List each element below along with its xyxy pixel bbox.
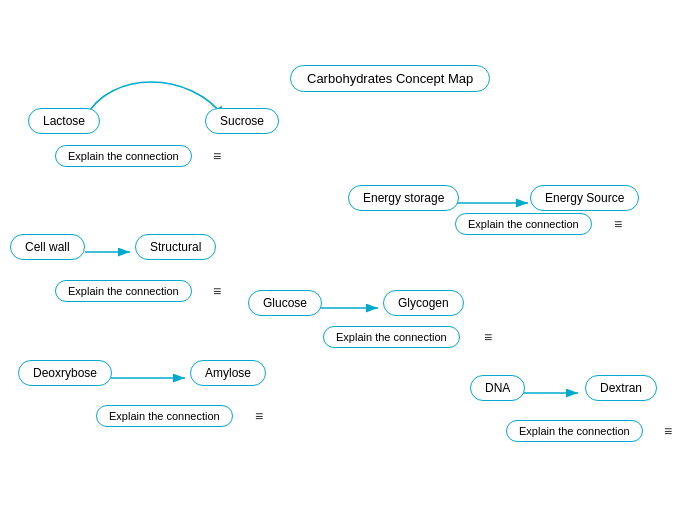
explain-connection-3[interactable]: Explain the connection [55, 280, 192, 302]
title-node: Carbohydrates Concept Map [290, 65, 490, 92]
menu-icon-1[interactable]: ≡ [213, 148, 221, 164]
menu-icon-2[interactable]: ≡ [614, 216, 622, 232]
menu-icon-6[interactable]: ≡ [664, 423, 672, 439]
node-deoxrybose: Deoxrybose [18, 360, 112, 386]
explain-connection-4[interactable]: Explain the connection [323, 326, 460, 348]
menu-icon-3[interactable]: ≡ [213, 283, 221, 299]
node-glucose: Glucose [248, 290, 322, 316]
node-energy-source: Energy Source [530, 185, 639, 211]
node-structural: Structural [135, 234, 216, 260]
node-sucrose: Sucrose [205, 108, 279, 134]
node-dextran: Dextran [585, 375, 657, 401]
node-glycogen: Glycogen [383, 290, 464, 316]
menu-icon-4[interactable]: ≡ [484, 329, 492, 345]
node-cell-wall: Cell wall [10, 234, 85, 260]
explain-connection-5[interactable]: Explain the connection [96, 405, 233, 427]
explain-connection-1[interactable]: Explain the connection [55, 145, 192, 167]
node-amylose: Amylose [190, 360, 266, 386]
concept-map: Carbohydrates Concept Map Lactose Sucros… [0, 0, 696, 520]
node-dna: DNA [470, 375, 525, 401]
node-lactose: Lactose [28, 108, 100, 134]
menu-icon-5[interactable]: ≡ [255, 408, 263, 424]
explain-connection-6[interactable]: Explain the connection [506, 420, 643, 442]
node-energy-storage: Energy storage [348, 185, 459, 211]
explain-connection-2[interactable]: Explain the connection [455, 213, 592, 235]
